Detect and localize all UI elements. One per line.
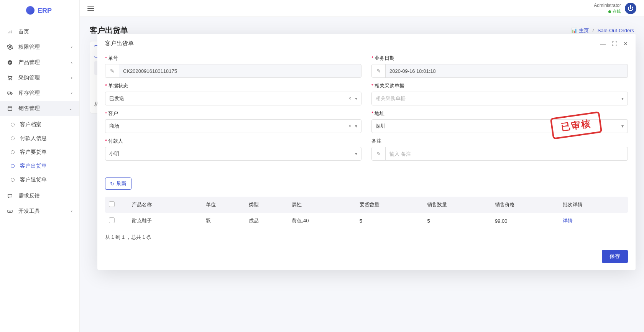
th-unit: 单位 <box>206 201 249 208</box>
sub-label: 客户退货单 <box>20 176 47 183</box>
th-type: 类型 <box>249 201 292 208</box>
nav-purchase[interactable]: 采购管理 ‹ <box>0 70 79 85</box>
chevron-down-icon: ▾ <box>621 96 624 101</box>
purchase-select[interactable]: 相关采购单据 ▾ <box>371 92 628 105</box>
sub-customer-order[interactable]: 客户要货单 <box>0 145 79 159</box>
user-status: 在线 <box>594 8 621 14</box>
close-button[interactable]: ✕ <box>623 41 628 47</box>
circle-icon <box>11 178 15 182</box>
minimize-button[interactable]: — <box>600 41 606 47</box>
keyboard-icon <box>7 208 13 214</box>
row-checkbox[interactable] <box>109 217 115 223</box>
date-input[interactable]: ✎ <box>371 64 628 78</box>
svg-point-3 <box>9 79 10 80</box>
chevron-left-icon: ‹ <box>71 44 72 50</box>
label-date: 业务日期 <box>375 55 394 61</box>
table-row: 耐克鞋子 双 成品 黄色,40 5 5 99.00 详情 <box>105 213 628 229</box>
chevron-left-icon: ‹ <box>71 90 72 96</box>
modal-refresh-button[interactable]: ↻刷新 <box>105 178 131 190</box>
th-attr: 属性 <box>292 201 360 208</box>
main: Administrator 在线 ⏻ 客户出货单 📊 主页 / Sale-Out… <box>80 0 644 332</box>
cell-attr: 黄色,40 <box>292 217 360 224</box>
dashboard-icon: 📊 <box>571 28 577 33</box>
nav-sales[interactable]: 销售管理 ⌄ <box>0 101 79 116</box>
brand-logo-icon <box>26 6 34 15</box>
items-table: 产品名称 单位 类型 属性 要货数量 销售数量 销售价格 批次详情 耐克鞋子 <box>105 197 628 229</box>
cell-price: 99.00 <box>495 218 563 224</box>
svg-rect-7 <box>8 107 12 110</box>
nav-home[interactable]: 首页 <box>0 24 79 39</box>
label-note: 备注 <box>371 138 381 144</box>
nav-feedback[interactable]: 需求反馈 <box>0 188 79 204</box>
th-need: 要货数量 <box>360 201 427 208</box>
payer-select[interactable]: 小明 ▾ <box>105 147 361 161</box>
chevron-down-icon: ⌄ <box>69 106 72 111</box>
note-input[interactable]: ✎ <box>371 147 628 161</box>
sub-sale-return[interactable]: 客户退货单 <box>0 173 79 187</box>
orderno-input[interactable]: ✎ <box>105 64 361 78</box>
nav-permission[interactable]: 权限管理 ‹ <box>0 39 79 55</box>
edit-icon: ✎ <box>372 64 386 77</box>
sub-payer-info[interactable]: 付款人信息 <box>0 131 79 145</box>
chevron-down-icon: ▾ <box>621 123 624 129</box>
label-address: 地址 <box>375 110 384 116</box>
clear-icon[interactable]: × <box>348 96 351 101</box>
purchase-placeholder: 相关采购单据 <box>376 95 406 102</box>
svg-point-5 <box>8 94 9 95</box>
sub-customer-archive[interactable]: 客户档案 <box>0 118 79 131</box>
circle-icon <box>11 150 15 154</box>
maximize-button[interactable]: ⛶ <box>612 41 617 47</box>
chat-icon <box>7 193 13 199</box>
th-batch: 批次详情 <box>563 201 624 208</box>
nav-label: 需求反馈 <box>18 192 40 199</box>
select-all-checkbox[interactable] <box>109 201 115 207</box>
brand: ERP <box>0 0 79 20</box>
nav-stock[interactable]: 库存管理 ‹ <box>0 85 79 101</box>
sub-label: 客户要货单 <box>20 149 47 156</box>
label-customer: 客户 <box>108 110 118 116</box>
table-header: 产品名称 单位 类型 属性 要货数量 销售数量 销售价格 批次详情 <box>105 197 628 213</box>
cell-type: 成品 <box>249 217 292 224</box>
cell-sale: 5 <box>427 218 495 224</box>
address-select[interactable]: 深圳 ▾ <box>371 119 628 133</box>
status-select[interactable]: 已发送 ×▾ <box>105 92 361 105</box>
user-area: Administrator 在线 ⏻ <box>594 3 636 14</box>
crumb-home[interactable]: 主页 <box>579 28 589 33</box>
modal-title: 客户出货单 <box>105 40 134 47</box>
nav-label: 首页 <box>18 28 29 35</box>
customer-value: 商场 <box>109 123 119 130</box>
chevron-down-icon: ▾ <box>355 151 357 156</box>
address-value: 深圳 <box>376 123 386 130</box>
breadcrumb: 📊 主页 / Sale-Out-Orders <box>571 27 634 34</box>
power-button[interactable]: ⏻ <box>625 3 636 14</box>
th-name: 产品名称 <box>132 201 206 208</box>
nav-sales-sub: 客户档案 付款人信息 客户要货单 客户出货单 客户退货单 <box>0 116 79 188</box>
nav: 首页 权限管理 ‹ P产品管理 ‹ 采购管理 ‹ 库存管理 ‹ 销售管理 ⌄ <box>0 20 79 219</box>
chevron-left-icon: ‹ <box>71 209 72 214</box>
nav-label: 库存管理 <box>18 90 40 97</box>
circle-icon <box>11 164 15 168</box>
crumb-current[interactable]: Sale-Out-Orders <box>598 28 634 33</box>
nav-product[interactable]: P产品管理 ‹ <box>0 55 79 70</box>
nav-devtools[interactable]: 开发工具 ‹ <box>0 204 79 219</box>
batch-detail-link[interactable]: 详情 <box>563 217 624 224</box>
customer-select[interactable]: 商场 ×▾ <box>105 119 361 133</box>
cell-name: 耐克鞋子 <box>132 217 206 224</box>
form: *单号 ✎ *业务日期 ✎ <box>97 53 636 172</box>
clear-icon[interactable]: × <box>348 123 351 129</box>
chevron-down-icon: ▾ <box>355 96 357 101</box>
th-sale: 销售数量 <box>427 201 495 208</box>
sub-sale-out[interactable]: 客户出货单 <box>0 159 79 173</box>
cart-icon <box>7 75 13 81</box>
menu-toggle-button[interactable] <box>87 6 94 11</box>
sub-label: 付款人信息 <box>20 135 47 142</box>
user-name: Administrator <box>594 3 621 9</box>
product-icon: P <box>7 59 13 66</box>
label-payer: 付款人 <box>108 138 123 144</box>
nav-label: 权限管理 <box>18 44 40 51</box>
sub-label: 客户出货单 <box>20 163 47 169</box>
chevron-down-icon: ▾ <box>355 123 357 129</box>
save-button[interactable]: 保存 <box>602 250 628 263</box>
chevron-left-icon: ‹ <box>71 75 72 81</box>
cell-unit: 双 <box>206 217 249 224</box>
